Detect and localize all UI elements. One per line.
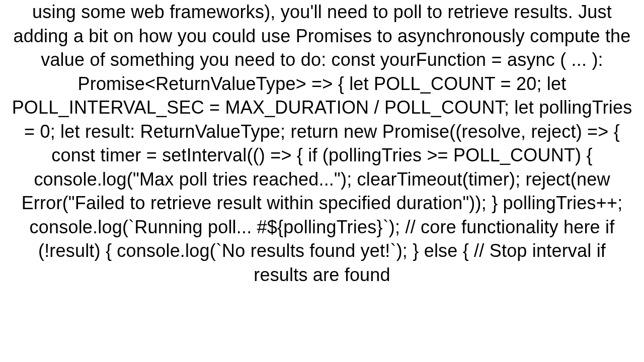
- body-text: using some web frameworks), you'll need …: [12, 2, 632, 285]
- document-body: using some web frameworks), you'll need …: [0, 0, 644, 287]
